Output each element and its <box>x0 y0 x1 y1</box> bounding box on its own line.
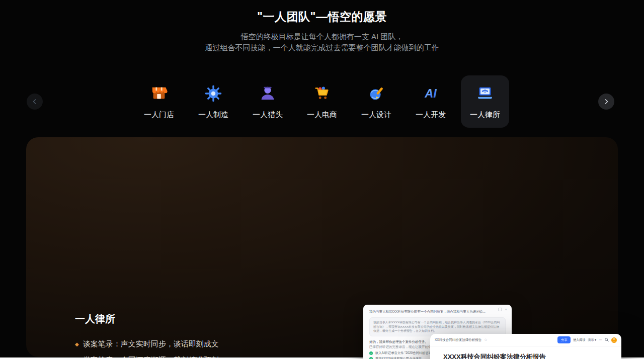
feature-heading: 一人律所 <box>75 312 251 326</box>
doc-report-window: XX科技合同纠纷案法律分析报告 ☆ 分享 进入阅读 演示 ▾ ⋯ 三 XXXX科… <box>430 334 621 359</box>
subtitle-line-2: 通过组合不同技能，一个人就能完成过去需要整个团队才能做到的工作 <box>0 42 644 53</box>
design-palette-icon <box>366 83 386 104</box>
doc-window-title: XX科技合同纠纷案法律分析报告 <box>435 338 481 342</box>
avatar[interactable]: 三 <box>611 337 617 343</box>
present-dropdown[interactable]: 演示 ▾ <box>588 338 596 342</box>
law-laptop-icon <box>475 83 495 104</box>
chat-window-controls[interactable]: × <box>499 308 507 311</box>
feature-bullet: 谈案笔录：声文实时同步，谈话即刻成文 <box>75 336 251 352</box>
share-button[interactable]: 分享 <box>557 336 571 343</box>
edit-window-icon[interactable] <box>499 308 502 311</box>
ai-letters-icon: AI <box>421 83 441 104</box>
chat-quoted-message: 我的当事人和XXXX科技有限公司有一个合同纠纷案，结合我和当事人沟通的录音《20… <box>369 317 506 336</box>
tab-label: 一人电商 <box>307 110 337 120</box>
check-icon <box>369 357 373 359</box>
shopping-cart-icon <box>312 83 332 104</box>
carousel-next-button[interactable] <box>598 94 614 110</box>
tab-label: 一人开发 <box>416 110 446 120</box>
tab-label: 一人猎头 <box>253 110 283 120</box>
tab-label: 一人门店 <box>144 110 174 120</box>
chevron-left-icon <box>32 99 38 105</box>
tab-one-person-store[interactable]: 一人门店 <box>135 75 183 128</box>
feature-showcase-card: 一人律所 谈案笔录：声文实时同步，谈话即刻成文 类案检索：全网深度溯源，裁判精准… <box>26 137 618 357</box>
feature-bullet-list: 谈案笔录：声文实时同步，谈话即刻成文 类案检索：全网深度溯源，裁判精准预判 企业… <box>75 336 251 359</box>
gear-icon <box>203 83 223 104</box>
close-icon[interactable]: × <box>505 308 507 311</box>
more-menu-icon[interactable]: ⋯ <box>599 338 602 342</box>
headhunter-person-icon <box>258 83 278 104</box>
enter-reading-button[interactable]: 进入阅读 <box>573 338 585 342</box>
tab-one-person-headhunter[interactable]: 一人猎头 <box>244 75 292 128</box>
tab-one-person-design[interactable]: 一人设计 <box>352 75 400 128</box>
tab-label: 一人设计 <box>361 110 391 120</box>
doc-title: XXXX科技合同纠纷案法律分析报告 <box>443 352 608 359</box>
chevron-right-icon <box>603 99 609 105</box>
tab-label: 一人制造 <box>198 110 228 120</box>
chat-user-message: 我的当事人和XXXX科技有限公司有一个合同纠纷案，结合我和当事人沟通的说... <box>369 309 490 314</box>
star-icon[interactable]: ☆ <box>484 338 487 342</box>
tab-one-person-develop[interactable]: AI 一人开发 <box>407 75 455 128</box>
feature-text-block: 一人律所 谈案笔录：声文实时同步，谈话即刻成文 类案检索：全网深度溯源，裁判精准… <box>75 312 251 359</box>
storefront-icon <box>149 83 169 104</box>
subtitle-line-1: 悟空的终极目标是让每个人都拥有一支 AI 团队， <box>0 31 644 42</box>
search-icon[interactable] <box>605 338 609 342</box>
doc-header-bar: XX科技合同纠纷案法律分析报告 ☆ 分享 进入阅读 演示 ▾ ⋯ 三 <box>430 334 621 346</box>
page-subtitle: 悟空的终极目标是让每个人都拥有一支 AI 团队， 通过组合不同技能，一个人就能完… <box>0 31 644 53</box>
doc-body: XXXX科技合同纠纷案法律分析报告 三木 · 今天 10:40 更新 1 概览 … <box>430 346 621 359</box>
tab-label: 一人律所 <box>470 110 500 120</box>
tab-one-person-lawfirm[interactable]: 一人律所 <box>461 75 509 128</box>
check-icon <box>369 351 373 355</box>
svg-text:AI: AI <box>424 86 437 100</box>
page-title: "一人团队"—悟空的愿景 <box>0 9 644 25</box>
tab-one-person-manufacture[interactable]: 一人制造 <box>189 75 237 128</box>
landing-page: "一人团队"—悟空的愿景 悟空的终极目标是让每个人都拥有一支 AI 团队， 通过… <box>0 0 644 359</box>
carousel-prev-button[interactable] <box>27 94 43 110</box>
scenario-tabs: 一人门店 <box>135 75 509 128</box>
tab-one-person-ecommerce[interactable]: 一人电商 <box>298 75 346 128</box>
